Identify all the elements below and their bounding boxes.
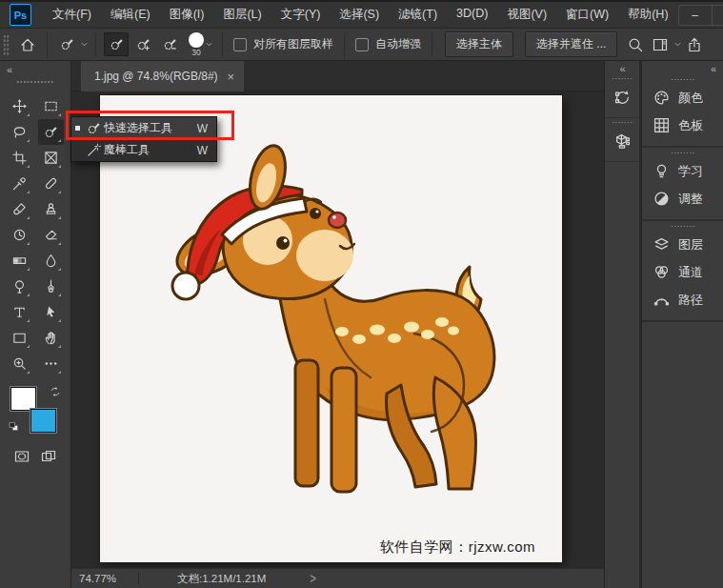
sample-all-layers-checkbox[interactable] <box>233 38 247 51</box>
tools-collapse-button[interactable]: « <box>7 64 11 75</box>
history-panel-cell <box>605 74 639 118</box>
select-subject-button[interactable]: 选择主体 <box>445 31 513 57</box>
menu-item-7[interactable]: 滤镜(T) <box>389 3 447 27</box>
menu-item-10[interactable]: 窗口(W) <box>556 3 618 27</box>
background-color-swatch[interactable] <box>30 409 56 433</box>
canvas[interactable]: 软件自学网：rjzxw.com <box>100 95 562 562</box>
edit-toolbar-tool[interactable] <box>38 351 64 376</box>
panel-button-channels[interactable]: 通道 <box>642 258 723 286</box>
panel-label: 路径 <box>678 292 703 309</box>
options-bar: 30 对所有图层取样 自动增强 选择主体 选择并遮住 ... <box>0 29 723 61</box>
add-to-selection-mode-button[interactable] <box>131 32 155 56</box>
rectangle-tool[interactable] <box>7 325 32 351</box>
auto-enhance-checkbox[interactable] <box>355 38 369 51</box>
share-button[interactable] <box>682 32 707 57</box>
divider <box>222 32 223 57</box>
quick-selection-tool[interactable] <box>38 119 64 145</box>
tool-preset-picker[interactable] <box>54 32 79 57</box>
panel-grip[interactable] <box>612 77 633 80</box>
maximize-button[interactable]: □ <box>712 6 723 25</box>
preset-chevron-icon[interactable] <box>80 40 89 49</box>
status-bar: 74.77% 文档:1.21M/1.21M > <box>71 568 604 588</box>
search-button[interactable] <box>623 32 648 57</box>
spot-healing-tool[interactable] <box>38 171 64 196</box>
marquee-tool[interactable] <box>38 93 64 119</box>
brush-size-picker[interactable]: 30 <box>189 32 213 57</box>
foreground-color-swatch[interactable] <box>10 387 36 411</box>
layers-icon <box>653 236 670 253</box>
hand-tool[interactable] <box>38 325 64 351</box>
panel-button-swatches[interactable]: 色板 <box>642 112 723 139</box>
eraser-tool[interactable] <box>38 222 64 248</box>
panel-label: 通道 <box>678 264 703 281</box>
home-button[interactable] <box>15 32 40 57</box>
crop-tool[interactable] <box>7 145 32 171</box>
flyout-item-magic-wand[interactable]: 魔棒工具W <box>71 139 216 161</box>
panel-dock-collapse-button[interactable]: « <box>642 61 723 74</box>
quick-mask-button[interactable] <box>14 449 30 468</box>
tools-panel-grip[interactable] <box>16 80 54 84</box>
libraries-panel-button[interactable] <box>610 129 634 153</box>
subtract-from-selection-mode-button[interactable] <box>157 32 182 56</box>
pen-tool[interactable] <box>38 274 64 299</box>
zoom-level-field[interactable]: 74.77% <box>79 573 129 584</box>
history-panel-button[interactable] <box>610 85 634 110</box>
menu-item-6[interactable]: 选择(S) <box>330 3 389 27</box>
panel-button-paths[interactable]: 路径 <box>642 286 723 314</box>
clone-stamp-tool[interactable] <box>38 196 64 222</box>
path-selection-tool[interactable] <box>38 299 64 325</box>
panel-grip[interactable] <box>612 121 633 124</box>
icon-dock-collapse-button[interactable]: « <box>605 63 639 74</box>
gradient-tool[interactable] <box>7 248 32 274</box>
photoshop-window: Ps 文件(F)编辑(E)图像(I)图层(L)文字(Y)选择(S)滤镜(T)3D… <box>0 0 723 588</box>
auto-enhance-label: 自动增强 <box>375 36 421 52</box>
workspace-chevron-icon[interactable] <box>673 40 682 49</box>
menu-item-4[interactable]: 图层(L) <box>213 3 271 27</box>
new-selection-mode-button[interactable] <box>104 32 129 56</box>
minimize-button[interactable]: – <box>679 6 712 25</box>
select-and-mask-button[interactable]: 选择并遮住 ... <box>525 31 617 57</box>
flyout-item-quick-selection[interactable]: 快速选择工具W <box>71 117 216 139</box>
lasso-tool[interactable] <box>7 119 32 145</box>
frame-tool[interactable] <box>38 145 64 171</box>
menu-item-1[interactable]: 文件(F) <box>43 3 101 27</box>
options-bar-grip[interactable] <box>3 34 10 55</box>
panel-grip[interactable] <box>671 152 695 154</box>
brush-tool[interactable] <box>7 196 32 222</box>
panel-group-2: 学习调整 <box>642 148 723 221</box>
panel-grip[interactable] <box>671 225 695 228</box>
pasteboard[interactable]: 软件自学网：rjzxw.com <box>71 91 604 568</box>
menu-item-11[interactable]: 帮助(H) <box>618 3 677 27</box>
status-expand-button[interactable]: > <box>310 571 316 586</box>
workspace-switcher-button[interactable] <box>648 32 673 57</box>
panel-button-adjust[interactable]: 调整 <box>642 185 723 213</box>
blur-tool[interactable] <box>38 248 64 274</box>
move-tool[interactable] <box>7 93 32 119</box>
document-tab[interactable]: 1.jpg @ 74.8%(RGB/8#) × <box>81 61 244 91</box>
menu-item-5[interactable]: 文字(Y) <box>271 3 331 27</box>
panel-label: 图层 <box>678 236 703 253</box>
title-bar[interactable]: Ps 文件(F)编辑(E)图像(I)图层(L)文字(Y)选择(S)滤镜(T)3D… <box>0 0 723 29</box>
default-colors-button[interactable] <box>9 418 19 436</box>
zoom-tool[interactable] <box>7 351 32 376</box>
panel-grip[interactable] <box>671 78 695 81</box>
dodge-tool[interactable] <box>7 274 32 299</box>
menu-item-2[interactable]: 编辑(E) <box>101 3 160 27</box>
swap-colors-button[interactable] <box>50 384 61 401</box>
eyedropper-tool[interactable] <box>7 171 32 196</box>
menu-item-3[interactable]: 图像(I) <box>160 3 214 27</box>
brush-preview-circle <box>189 32 204 48</box>
panel-button-learn[interactable]: 学习 <box>642 157 723 185</box>
panel-button-layers[interactable]: 图层 <box>642 231 723 258</box>
panel-button-palette[interactable]: 颜色 <box>642 84 723 112</box>
menu-item-8[interactable]: 3D(D) <box>447 3 497 27</box>
type-tool[interactable] <box>7 299 32 325</box>
tool-flyout-menu: 快速选择工具W魔棒工具W <box>70 116 217 162</box>
screen-mode-button[interactable] <box>41 449 56 468</box>
paths-icon <box>653 292 670 308</box>
history-brush-tool[interactable] <box>7 222 32 248</box>
tools-grid <box>0 93 70 376</box>
panel-label: 颜色 <box>678 90 703 107</box>
tab-close-button[interactable]: × <box>228 70 235 84</box>
menu-item-9[interactable]: 视图(V) <box>497 3 556 27</box>
